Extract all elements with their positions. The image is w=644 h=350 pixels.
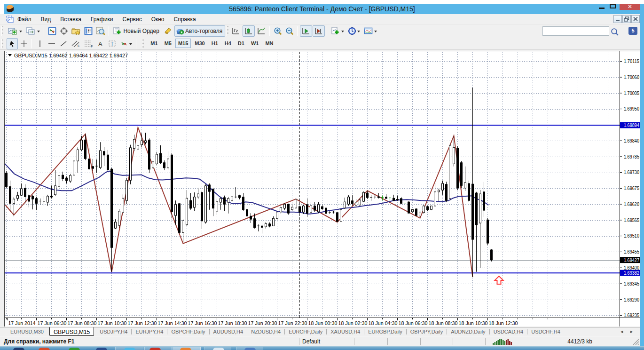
chart-tab-xauusd-h4[interactable]: XAUUSD,H4 (327, 327, 364, 336)
timeframe-w1-button[interactable]: W1 (248, 39, 262, 48)
mdi-close-button[interactable] (631, 15, 640, 23)
dropdown-arrow-icon[interactable] (37, 31, 40, 32)
chart-tab-gbpjpy-daily[interactable]: GBPJPY,Daily (407, 327, 447, 336)
toolbar-grip[interactable] (142, 39, 144, 48)
chart-tab-usdcad-h4[interactable]: USDCAD,H4 (490, 327, 527, 336)
templates-button[interactable] (362, 25, 379, 37)
taskbar-icon-start[interactable] (13, 348, 24, 350)
timeframe-d1-button[interactable]: D1 (235, 39, 247, 48)
text-label-button[interactable]: T (107, 38, 118, 49)
dropdown-arrow-icon[interactable] (357, 31, 360, 32)
cursor-button[interactable] (7, 38, 18, 49)
taskbar-icon-app-green[interactable] (69, 348, 80, 350)
strategy-tester-button[interactable] (94, 25, 107, 37)
dropdown-arrow-icon[interactable] (374, 31, 377, 32)
minimize-button[interactable] (599, 6, 605, 10)
chart-line-button[interactable] (255, 25, 267, 37)
taskbar-icon-app-blue[interactable] (244, 348, 256, 350)
dropdown-arrow-icon[interactable] (129, 43, 132, 45)
taskbar-icon-app-orange[interactable] (180, 348, 191, 350)
text-button[interactable]: A (95, 38, 106, 49)
chart-tab-gbpchf-daily[interactable]: GBPCHF,Daily (167, 327, 209, 336)
chart-tab-usdchf-h4[interactable]: USDCHF,H4 (527, 327, 564, 336)
dropdown-arrow-icon[interactable] (341, 31, 344, 32)
equidistant-channel-button[interactable]: E (70, 38, 82, 49)
chart-tab-audnzd-daily[interactable]: AUDNZD,Daily (447, 327, 489, 336)
auto-scroll-button[interactable] (300, 25, 312, 37)
price-chart[interactable]: 1.701151.700601.700051.699501.698401.697… (0, 50, 640, 327)
taskbar-icon-app-window[interactable] (213, 348, 224, 350)
chart-tab-eurusd-m30[interactable]: EURUSD,M30 (7, 327, 47, 336)
menu-графики[interactable]: Графики (86, 14, 118, 24)
chart-tab-usdjpy-h4[interactable]: USDJPY,H4 (96, 327, 131, 336)
timeframe-m5-button[interactable]: M5 (162, 39, 174, 48)
status-profile[interactable]: Default (302, 338, 320, 345)
menu-справка[interactable]: Справка (169, 14, 201, 24)
vertical-line-button[interactable] (34, 38, 46, 49)
window-title: 565896: Panteon Client Terminal - Демо С… (4, 5, 640, 13)
chart-tab-eurgbp-daily[interactable]: EURGBP,Daily (364, 327, 406, 336)
taskbar-icon-app-red-star[interactable] (149, 348, 161, 350)
menu-файл[interactable]: Файл (13, 14, 36, 24)
chart-shift-button[interactable] (313, 25, 325, 37)
status-divider (299, 338, 299, 345)
trend-line-button[interactable] (58, 38, 69, 49)
dropdown-arrow-icon[interactable] (19, 31, 22, 32)
profiles-button[interactable] (24, 25, 42, 37)
auto-scroll-icon (301, 26, 311, 34)
menu-items: ФайлВидВставкаГрафикиСервисОкноСправка (13, 14, 201, 24)
zoom-in-button[interactable] (272, 25, 283, 37)
search-icon[interactable] (610, 27, 620, 39)
timeframe-m1-button[interactable]: M1 (148, 39, 160, 48)
navigator-button[interactable] (70, 25, 82, 37)
new-order-button[interactable]: Новый Ордер (111, 25, 162, 37)
community-badge[interactable]: 5 (628, 27, 637, 35)
tab-scroll-right-icon[interactable]: ► (627, 329, 636, 334)
chart-candles-button[interactable] (243, 25, 255, 37)
resize-grip-icon[interactable] (632, 338, 639, 347)
menu-окно[interactable]: Окно (147, 14, 169, 24)
chart-tab-eurjpy-h4[interactable]: EURJPY,H4 (132, 327, 167, 336)
taskbar-icon-browser-red[interactable] (39, 348, 50, 350)
zoom-out-button[interactable] (284, 25, 295, 37)
mdi-minimize-button[interactable] (613, 15, 622, 23)
menu-сервис[interactable]: Сервис (118, 14, 147, 24)
toolbar-grip[interactable] (227, 26, 228, 36)
timeframe-mn-button[interactable]: MN (262, 39, 276, 48)
crosshair-button[interactable] (18, 38, 30, 49)
autotrading-button[interactable]: Авто-торговля (174, 25, 225, 37)
indicators-button[interactable] (330, 25, 346, 37)
timeframe-h1-button[interactable]: H1 (209, 39, 221, 48)
close-button[interactable]: ✕ (620, 4, 640, 10)
timeframe-h4-button[interactable]: H4 (222, 39, 234, 48)
toolbar-grip[interactable] (1, 26, 3, 36)
chart-tab-gbpusd-m15[interactable]: GBPUSD,M15 (49, 327, 94, 336)
timeframe-m30-button[interactable]: M30 (192, 39, 207, 48)
fibonacci-icon: F (84, 39, 93, 47)
timeframe-m15-button[interactable]: M15 (175, 39, 191, 48)
chart-tab-eurchf-daily[interactable]: EURCHF,Daily (285, 327, 326, 336)
maximize-button[interactable] (610, 4, 616, 8)
taskbar-icon-app-navy[interactable] (96, 348, 107, 350)
periods-button[interactable] (346, 25, 362, 37)
windows-taskbar[interactable] (0, 346, 644, 350)
market-watch-button[interactable] (47, 25, 58, 37)
terminal-button[interactable] (83, 25, 94, 37)
data-window-button[interactable] (58, 25, 70, 37)
arrows-button[interactable] (118, 38, 134, 49)
new-chart-button[interactable] (7, 25, 24, 37)
taskbar-icon-app-skype[interactable] (124, 348, 135, 350)
mdi-restore-button[interactable] (622, 15, 631, 23)
fibonacci-button[interactable]: F (82, 38, 94, 49)
chart-tab-nzdusd-h4[interactable]: NZDUSD,H4 (247, 327, 284, 336)
horizontal-line-button[interactable] (46, 38, 57, 49)
metaeditor-button[interactable] (163, 25, 174, 37)
tab-scroll-left-icon[interactable]: ◄ (617, 329, 627, 334)
price-tag: 1.69382 (620, 270, 640, 276)
toolbar-grip[interactable] (1, 39, 3, 48)
menu-вставка[interactable]: Вставка (55, 14, 86, 24)
menu-вид[interactable]: Вид (36, 14, 56, 24)
chart-tab-audusd-h4[interactable]: AUDUSD,H4 (210, 327, 247, 336)
search-input[interactable] (542, 26, 609, 36)
chart-bars-button[interactable] (230, 25, 242, 37)
